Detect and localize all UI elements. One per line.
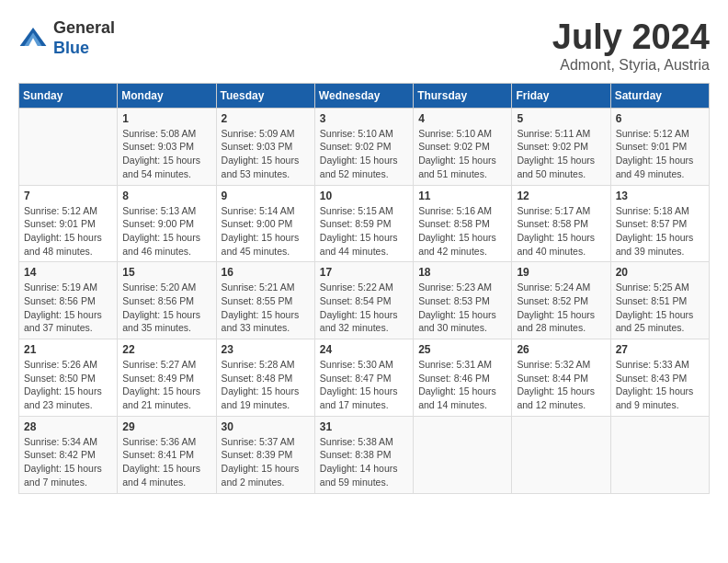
logo-general: General [53, 18, 115, 37]
day-number: 16 [222, 266, 310, 279]
day-number: 31 [320, 420, 408, 433]
day-info: Sunrise: 5:22 AMSunset: 8:54 PMDaylight:… [320, 281, 408, 335]
calendar-cell: 8Sunrise: 5:13 AMSunset: 9:00 PMDaylight… [118, 185, 216, 262]
day-number: 15 [122, 266, 210, 279]
day-info: Sunrise: 5:20 AMSunset: 8:56 PMDaylight:… [122, 281, 210, 335]
calendar-cell: 24Sunrise: 5:30 AMSunset: 8:47 PMDayligh… [314, 339, 413, 417]
day-number: 30 [222, 420, 310, 433]
calendar-table: SundayMondayTuesdayWednesdayThursdayFrid… [18, 83, 710, 494]
day-info: Sunrise: 5:23 AMSunset: 8:53 PMDaylight:… [418, 281, 506, 335]
day-number: 23 [222, 343, 310, 356]
day-info: Sunrise: 5:37 AMSunset: 8:39 PMDaylight:… [222, 435, 310, 489]
day-info: Sunrise: 5:18 AMSunset: 8:57 PMDaylight:… [616, 204, 704, 259]
logo-text: General Blue [53, 18, 115, 58]
calendar-cell: 14Sunrise: 5:19 AMSunset: 8:56 PMDayligh… [19, 262, 118, 339]
day-number: 29 [122, 420, 210, 433]
column-header-friday: Friday [512, 83, 610, 108]
week-row-4: 21Sunrise: 5:26 AMSunset: 8:50 PMDayligh… [19, 339, 710, 417]
calendar-cell [19, 108, 118, 185]
calendar-cell: 2Sunrise: 5:09 AMSunset: 9:03 PMDaylight… [216, 108, 314, 185]
week-row-5: 28Sunrise: 5:34 AMSunset: 8:42 PMDayligh… [19, 416, 710, 493]
calendar-cell: 18Sunrise: 5:23 AMSunset: 8:53 PMDayligh… [414, 262, 512, 339]
day-info: Sunrise: 5:12 AMSunset: 9:01 PMDaylight:… [616, 127, 704, 181]
calendar-cell [610, 416, 709, 493]
day-number: 27 [616, 343, 704, 356]
calendar-cell: 21Sunrise: 5:26 AMSunset: 8:50 PMDayligh… [19, 339, 118, 417]
logo-icon [18, 24, 48, 53]
calendar-cell: 30Sunrise: 5:37 AMSunset: 8:39 PMDayligh… [216, 416, 314, 493]
subtitle: Admont, Styria, Austria [552, 57, 710, 74]
calendar-cell: 1Sunrise: 5:08 AMSunset: 9:03 PMDaylight… [118, 108, 216, 185]
day-number: 4 [418, 112, 506, 125]
day-number: 17 [320, 266, 408, 279]
day-number: 1 [122, 112, 210, 125]
day-info: Sunrise: 5:13 AMSunset: 9:00 PMDaylight:… [122, 204, 210, 259]
calendar-cell: 3Sunrise: 5:10 AMSunset: 9:02 PMDaylight… [314, 108, 413, 185]
column-header-wednesday: Wednesday [314, 83, 413, 108]
day-info: Sunrise: 5:15 AMSunset: 8:59 PMDaylight:… [320, 204, 408, 259]
calendar-cell: 20Sunrise: 5:25 AMSunset: 8:51 PMDayligh… [610, 262, 709, 339]
day-number: 26 [517, 343, 605, 356]
day-info: Sunrise: 5:38 AMSunset: 8:38 PMDaylight:… [320, 435, 408, 489]
day-info: Sunrise: 5:11 AMSunset: 9:02 PMDaylight:… [517, 127, 605, 181]
calendar-cell: 27Sunrise: 5:33 AMSunset: 8:43 PMDayligh… [610, 339, 709, 417]
day-info: Sunrise: 5:25 AMSunset: 8:51 PMDaylight:… [616, 281, 704, 335]
page-header: General Blue July 2024 Admont, Styria, A… [18, 18, 710, 74]
day-number: 20 [616, 266, 704, 279]
day-info: Sunrise: 5:30 AMSunset: 8:47 PMDaylight:… [320, 358, 408, 412]
calendar-header-row: SundayMondayTuesdayWednesdayThursdayFrid… [19, 83, 710, 108]
week-row-1: 1Sunrise: 5:08 AMSunset: 9:03 PMDaylight… [19, 108, 710, 185]
day-info: Sunrise: 5:12 AMSunset: 9:01 PMDaylight:… [24, 204, 112, 259]
day-number: 22 [122, 343, 210, 356]
calendar-cell: 17Sunrise: 5:22 AMSunset: 8:54 PMDayligh… [314, 262, 413, 339]
calendar-cell: 5Sunrise: 5:11 AMSunset: 9:02 PMDaylight… [512, 108, 610, 185]
day-number: 28 [24, 420, 112, 433]
column-header-tuesday: Tuesday [216, 83, 314, 108]
day-info: Sunrise: 5:31 AMSunset: 8:46 PMDaylight:… [418, 358, 506, 412]
calendar-cell: 22Sunrise: 5:27 AMSunset: 8:49 PMDayligh… [118, 339, 216, 417]
calendar-cell: 4Sunrise: 5:10 AMSunset: 9:02 PMDaylight… [414, 108, 512, 185]
week-row-3: 14Sunrise: 5:19 AMSunset: 8:56 PMDayligh… [19, 262, 710, 339]
day-info: Sunrise: 5:17 AMSunset: 8:58 PMDaylight:… [517, 204, 605, 259]
logo-blue: Blue [53, 39, 89, 57]
day-number: 9 [222, 190, 310, 202]
title-area: July 2024 Admont, Styria, Austria [552, 18, 710, 74]
day-info: Sunrise: 5:21 AMSunset: 8:55 PMDaylight:… [222, 281, 310, 335]
calendar-cell: 26Sunrise: 5:32 AMSunset: 8:44 PMDayligh… [512, 339, 610, 417]
calendar-cell: 9Sunrise: 5:14 AMSunset: 9:00 PMDaylight… [216, 185, 314, 262]
day-info: Sunrise: 5:10 AMSunset: 9:02 PMDaylight:… [418, 127, 506, 181]
main-title: July 2024 [552, 18, 710, 57]
day-number: 7 [24, 190, 112, 202]
day-info: Sunrise: 5:34 AMSunset: 8:42 PMDaylight:… [24, 435, 112, 489]
day-info: Sunrise: 5:26 AMSunset: 8:50 PMDaylight:… [24, 358, 112, 412]
day-number: 19 [517, 266, 605, 279]
day-info: Sunrise: 5:27 AMSunset: 8:49 PMDaylight:… [122, 358, 210, 412]
column-header-thursday: Thursday [414, 83, 512, 108]
day-info: Sunrise: 5:09 AMSunset: 9:03 PMDaylight:… [222, 127, 310, 181]
calendar-cell: 25Sunrise: 5:31 AMSunset: 8:46 PMDayligh… [414, 339, 512, 417]
calendar-cell: 10Sunrise: 5:15 AMSunset: 8:59 PMDayligh… [314, 185, 413, 262]
day-info: Sunrise: 5:19 AMSunset: 8:56 PMDaylight:… [24, 281, 112, 335]
day-info: Sunrise: 5:08 AMSunset: 9:03 PMDaylight:… [122, 127, 210, 181]
day-info: Sunrise: 5:32 AMSunset: 8:44 PMDaylight:… [517, 358, 605, 412]
day-info: Sunrise: 5:14 AMSunset: 9:00 PMDaylight:… [222, 204, 310, 259]
calendar-cell: 6Sunrise: 5:12 AMSunset: 9:01 PMDaylight… [610, 108, 709, 185]
day-info: Sunrise: 5:28 AMSunset: 8:48 PMDaylight:… [222, 358, 310, 412]
calendar-cell: 11Sunrise: 5:16 AMSunset: 8:58 PMDayligh… [414, 185, 512, 262]
logo: General Blue [18, 18, 115, 58]
calendar-cell [414, 416, 512, 493]
day-info: Sunrise: 5:16 AMSunset: 8:58 PMDaylight:… [418, 204, 506, 259]
day-number: 25 [418, 343, 506, 356]
column-header-monday: Monday [118, 83, 216, 108]
day-number: 24 [320, 343, 408, 356]
day-info: Sunrise: 5:10 AMSunset: 9:02 PMDaylight:… [320, 127, 408, 181]
calendar-cell: 13Sunrise: 5:18 AMSunset: 8:57 PMDayligh… [610, 185, 709, 262]
calendar-cell: 29Sunrise: 5:36 AMSunset: 8:41 PMDayligh… [118, 416, 216, 493]
calendar-cell: 31Sunrise: 5:38 AMSunset: 8:38 PMDayligh… [314, 416, 413, 493]
day-number: 2 [222, 112, 310, 125]
calendar-cell [512, 416, 610, 493]
day-info: Sunrise: 5:33 AMSunset: 8:43 PMDaylight:… [616, 358, 704, 412]
calendar-cell: 23Sunrise: 5:28 AMSunset: 8:48 PMDayligh… [216, 339, 314, 417]
day-number: 10 [320, 190, 408, 202]
day-number: 21 [24, 343, 112, 356]
